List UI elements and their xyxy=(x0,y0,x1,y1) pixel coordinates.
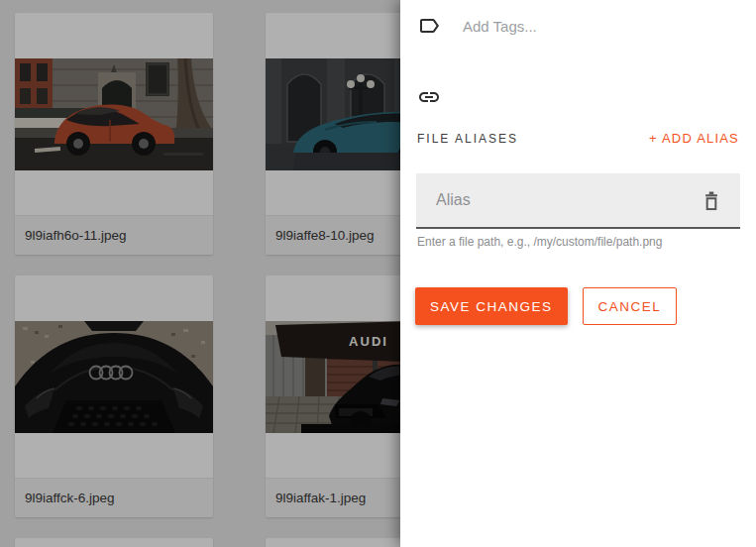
link-icon xyxy=(417,85,441,109)
alias-field xyxy=(416,173,740,229)
link-input[interactable] xyxy=(463,89,739,106)
alias-helper-text: Enter a file path, e.g., /my/custom/file… xyxy=(417,235,739,249)
delete-alias-button[interactable] xyxy=(702,190,720,211)
alias-input[interactable] xyxy=(436,191,702,209)
tags-field xyxy=(417,14,739,38)
cancel-button[interactable]: CANCEL xyxy=(583,287,678,325)
tag-icon xyxy=(417,14,441,38)
add-tags-input[interactable] xyxy=(463,18,739,35)
file-edit-panel: FILE ALIASES + ADD ALIAS Enter a file pa… xyxy=(400,0,756,547)
add-alias-button[interactable]: + ADD ALIAS xyxy=(649,131,739,146)
file-aliases-heading: FILE ALIASES xyxy=(417,132,518,146)
link-field xyxy=(417,85,739,109)
save-changes-button[interactable]: SAVE CHANGES xyxy=(415,287,568,325)
trash-icon xyxy=(702,190,720,211)
file-aliases-header: FILE ALIASES + ADD ALIAS xyxy=(417,131,739,146)
panel-actions: SAVE CHANGES CANCEL xyxy=(415,287,677,325)
